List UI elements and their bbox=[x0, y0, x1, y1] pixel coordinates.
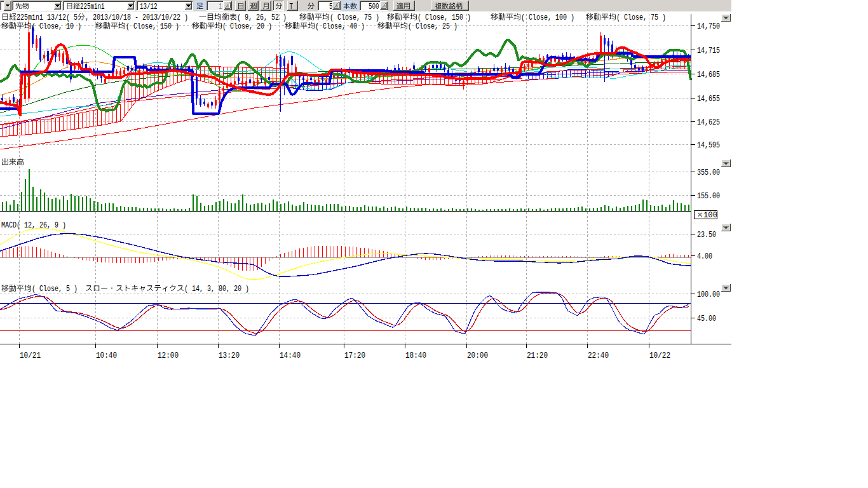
svg-text:( Close, 40 ): ( Close, 40 ) bbox=[315, 22, 365, 31]
svg-text:T: T bbox=[290, 3, 294, 11]
svg-text:13/12: 13/12 bbox=[140, 3, 158, 11]
svg-text:( Close, 75 ): ( Close, 75 ) bbox=[330, 13, 379, 22]
svg-text:18:40: 18:40 bbox=[405, 351, 426, 360]
svg-text:14,715: 14,715 bbox=[697, 46, 720, 55]
svg-text:14,655: 14,655 bbox=[697, 94, 720, 104]
svg-text:14,625: 14,625 bbox=[697, 118, 720, 127]
svg-text:5: 5 bbox=[329, 3, 333, 11]
svg-text:MACD( 12, 26, 9 ): MACD( 12, 26, 9 ) bbox=[1, 220, 66, 230]
svg-text:4.00: 4.00 bbox=[697, 252, 712, 261]
svg-text:100.00: 100.00 bbox=[697, 290, 720, 299]
svg-text:13:20: 13:20 bbox=[219, 351, 240, 360]
svg-text:14,750: 14,750 bbox=[697, 22, 720, 31]
svg-text:20:00: 20:00 bbox=[467, 351, 488, 360]
svg-text:100: 100 bbox=[703, 211, 717, 220]
svg-text:14:40: 14:40 bbox=[280, 351, 301, 360]
svg-text:( Close, 10 ): ( Close, 10 ) bbox=[32, 22, 81, 31]
svg-text:10/21: 10/21 bbox=[20, 351, 41, 360]
svg-text:( 14, 3, 80, 20 ): ( 14, 3, 80, 20 ) bbox=[184, 284, 249, 294]
svg-text:14,595: 14,595 bbox=[697, 140, 720, 150]
svg-text:( Close, 25 ): ( Close, 25 ) bbox=[408, 22, 458, 31]
svg-text:10:40: 10:40 bbox=[96, 351, 117, 360]
svg-text:225mini: 225mini bbox=[80, 3, 105, 11]
svg-text:10/22: 10/22 bbox=[649, 351, 670, 360]
svg-text:( Close, 150 ): ( Close, 150 ) bbox=[417, 13, 471, 22]
svg-text:21:20: 21:20 bbox=[527, 351, 548, 360]
svg-text:14,685: 14,685 bbox=[697, 70, 720, 79]
svg-text:355.00: 355.00 bbox=[697, 168, 720, 177]
svg-text:( Close, 20 ): ( Close, 20 ) bbox=[222, 22, 272, 31]
svg-text:155.00: 155.00 bbox=[697, 191, 720, 201]
svg-text:( 9, 26, 52 ): ( 9, 26, 52 ) bbox=[237, 13, 287, 22]
svg-text:23.50: 23.50 bbox=[697, 230, 716, 240]
svg-text:( Close, 150 ): ( Close, 150 ) bbox=[126, 22, 179, 31]
svg-text:225mini 13/12( 5: 225mini 13/12( 5 bbox=[17, 13, 78, 22]
svg-text:22:40: 22:40 bbox=[588, 351, 609, 360]
svg-text:( Close, 75 ): ( Close, 75 ) bbox=[616, 13, 666, 22]
svg-text:1: 1 bbox=[219, 3, 222, 11]
svg-text:500: 500 bbox=[369, 3, 379, 11]
svg-text:12:00: 12:00 bbox=[158, 351, 179, 360]
svg-text:, 2013/10/18 - 2013/10/22 ): , 2013/10/18 - 2013/10/22 ) bbox=[85, 13, 188, 22]
svg-text:( Close, 100 ): ( Close, 100 ) bbox=[521, 13, 574, 22]
svg-text:17:20: 17:20 bbox=[344, 351, 365, 360]
svg-text:( Close, 5 ): ( Close, 5 ) bbox=[32, 284, 78, 294]
svg-text:45.00: 45.00 bbox=[697, 314, 716, 323]
